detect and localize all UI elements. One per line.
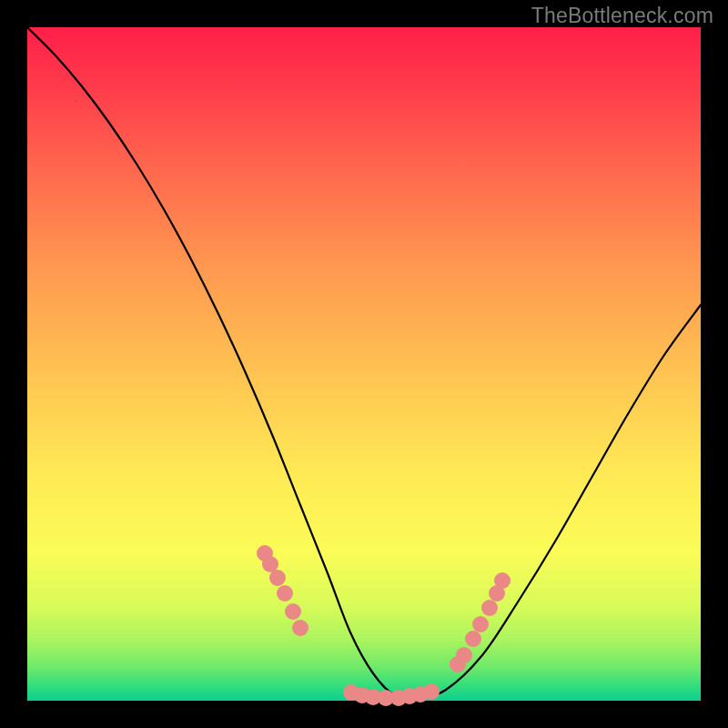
chart-svg — [27, 27, 701, 701]
data-markers — [257, 545, 511, 706]
data-marker — [494, 572, 511, 589]
data-marker — [285, 603, 301, 620]
data-marker — [423, 683, 440, 700]
data-marker — [481, 600, 498, 616]
data-marker — [269, 570, 286, 586]
data-marker — [472, 616, 489, 632]
curve-line — [27, 27, 701, 699]
watermark-text: TheBottleneck.com — [531, 4, 713, 28]
data-marker — [456, 647, 472, 663]
chart-frame: TheBottleneck.com — [0, 0, 728, 728]
data-marker — [292, 620, 308, 636]
plot-area — [27, 27, 701, 701]
data-marker — [465, 631, 481, 647]
data-marker — [277, 585, 293, 602]
